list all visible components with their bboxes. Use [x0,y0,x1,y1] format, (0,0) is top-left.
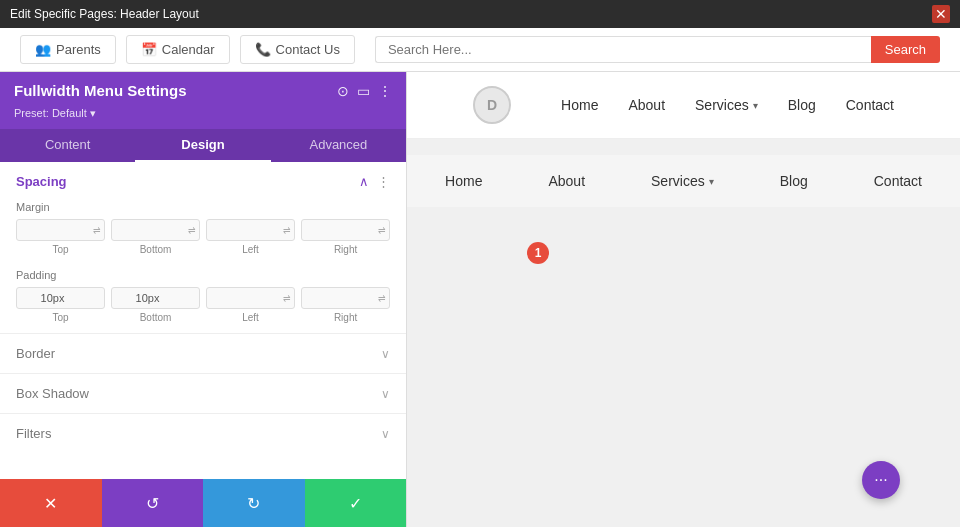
nav-parents-label: Parents [56,42,101,57]
margin-left-input[interactable] [206,219,295,241]
nav-link-blog-2[interactable]: Blog [780,173,808,189]
padding-left-label: Left [242,312,259,323]
margin-bottom-field: ⇌ Bottom [111,219,200,255]
nav-link-blog-1[interactable]: Blog [788,97,816,113]
nav-link-home-1[interactable]: Home [561,97,598,113]
boxshadow-label: Box Shadow [16,386,89,401]
margin-top-link-icon[interactable]: ⇌ [93,225,101,235]
panel-header: Fullwidth Menu Settings ⊙ ▭ ⋮ Preset: De… [0,72,406,129]
nav-preview-1: D Home About Services Blog Contact [407,72,960,139]
fab-icon: ··· [874,471,887,489]
margin-left-label: Left [242,244,259,255]
padding-right-field: ⇌ Right [301,287,390,323]
fab-button[interactable]: ··· [862,461,900,499]
margin-right-link-icon[interactable]: ⇌ [378,225,386,235]
close-button[interactable]: ✕ [932,5,950,23]
padding-bottom-field: Bottom [111,287,200,323]
divi-nav: 👥 Parents 📅 Calendar 📞 Contact Us Search [0,28,960,72]
nav-link-contact-2[interactable]: Contact [874,173,922,189]
nav-contact-label: Contact Us [276,42,340,57]
padding-left-link-icon[interactable]: ⇌ [283,293,291,303]
preview-area: D Home About Services Blog Contact Home … [407,72,960,527]
section-controls: ∧ ⋮ [359,174,390,189]
padding-left-field: ⇌ Left [206,287,295,323]
padding-grid: Top Bottom ⇌ Left [0,287,406,333]
margin-bottom-link-icon[interactable]: ⇌ [188,225,196,235]
nav-parents[interactable]: 👥 Parents [20,35,116,64]
margin-right-input[interactable] [301,219,390,241]
nav-link-home-2[interactable]: Home [445,173,482,189]
undo-button[interactable]: ↺ [102,479,204,527]
nav-logo: D [473,86,511,124]
margin-top-input[interactable] [16,219,105,241]
calendar-icon: 📅 [141,42,157,57]
filters-section[interactable]: Filters ∨ [0,413,406,453]
tab-design[interactable]: Design [135,129,270,162]
settings-panel: Fullwidth Menu Settings ⊙ ▭ ⋮ Preset: De… [0,72,407,527]
cancel-button[interactable]: ✕ [0,479,102,527]
phone-icon: 📞 [255,42,271,57]
action-bar: ✕ ↺ ↻ ✓ [0,479,406,527]
padding-top-field: Top [16,287,105,323]
margin-grid: ⇌ Top ⇌ Bottom ⇌ Left [0,219,406,265]
search-button[interactable]: Search [871,36,940,63]
padding-right-label: Right [334,312,357,323]
nav-link-about-1[interactable]: About [628,97,665,113]
spacing-section-header[interactable]: Spacing ∧ ⋮ [0,162,406,197]
step-badge: 1 [527,242,549,264]
nav-links-2: Home About Services Blog Contact [427,173,940,189]
padding-label: Padding [0,265,406,287]
padding-top-label: Top [52,312,68,323]
panel-tabs: Content Design Advanced [0,129,406,162]
panel-preset[interactable]: Preset: Default ▾ [14,107,96,119]
panel-header-top: Fullwidth Menu Settings ⊙ ▭ ⋮ [14,82,392,99]
panel-header-icons: ⊙ ▭ ⋮ [337,83,392,99]
nav-link-services-2[interactable]: Services [651,173,714,189]
search-input[interactable] [375,36,871,63]
padding-bottom-label: Bottom [140,312,172,323]
margin-label: Margin [0,197,406,219]
padding-right-input[interactable] [301,287,390,309]
margin-top-field: ⇌ Top [16,219,105,255]
margin-top-label: Top [52,244,68,255]
main-area: Fullwidth Menu Settings ⊙ ▭ ⋮ Preset: De… [0,72,960,527]
border-chevron-icon: ∨ [381,347,390,361]
nav-links-1: Home About Services Blog Contact [561,97,894,113]
margin-right-label: Right [334,244,357,255]
tab-content[interactable]: Content [0,129,135,162]
redo-button[interactable]: ↻ [203,479,305,527]
nav-link-services-1[interactable]: Services [695,97,758,113]
panel-body: Spacing ∧ ⋮ Margin ⇌ Top [0,162,406,479]
padding-bottom-input[interactable] [111,287,200,309]
top-bar: Edit Specific Pages: Header Layout ✕ [0,0,960,28]
margin-bottom-label: Bottom [140,244,172,255]
spacing-collapse-icon[interactable]: ∧ [359,174,369,189]
save-icon: ✓ [349,494,362,513]
nav-link-about-2[interactable]: About [548,173,585,189]
margin-left-link-icon[interactable]: ⇌ [283,225,291,235]
panel-icon-target[interactable]: ⊙ [337,83,349,99]
panel-icon-more[interactable]: ⋮ [378,83,392,99]
padding-right-link-icon[interactable]: ⇌ [378,293,386,303]
save-button[interactable]: ✓ [305,479,407,527]
margin-bottom-input[interactable] [111,219,200,241]
margin-left-field: ⇌ Left [206,219,295,255]
spacing-more-icon[interactable]: ⋮ [377,174,390,189]
nav-calendar-label: Calendar [162,42,215,57]
nav-calendar[interactable]: 📅 Calendar [126,35,230,64]
padding-left-input[interactable] [206,287,295,309]
border-label: Border [16,346,55,361]
panel-icon-layout[interactable]: ▭ [357,83,370,99]
filters-label: Filters [16,426,51,441]
parents-icon: 👥 [35,42,51,57]
boxshadow-section[interactable]: Box Shadow ∨ [0,373,406,413]
border-section[interactable]: Border ∨ [0,333,406,373]
nav-contact[interactable]: 📞 Contact Us [240,35,355,64]
filters-chevron-icon: ∨ [381,427,390,441]
padding-top-input[interactable] [16,287,105,309]
top-bar-title: Edit Specific Pages: Header Layout [10,7,199,21]
tab-advanced[interactable]: Advanced [271,129,406,162]
nav-preview-2: Home About Services Blog Contact [407,155,960,207]
spacing-title: Spacing [16,174,67,189]
nav-link-contact-1[interactable]: Contact [846,97,894,113]
